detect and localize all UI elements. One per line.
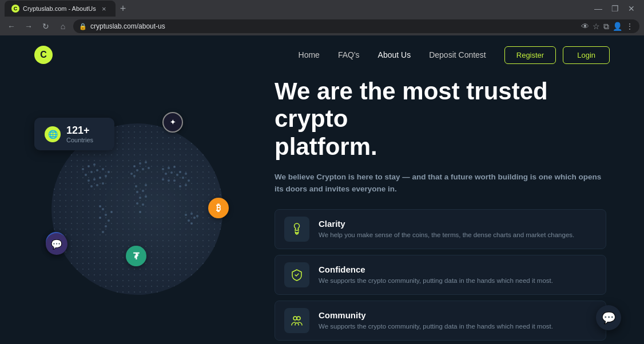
- svg-point-31: [136, 191, 138, 193]
- title-bar: C Cryptuslab.com - AboutUs × + — ❐ ✕: [0, 0, 644, 17]
- stats-card: 🌐 121+ Countries: [34, 118, 114, 150]
- svg-point-13: [88, 165, 90, 167]
- back-button[interactable]: ←: [5, 19, 18, 33]
- stellar-badge: ✦: [162, 112, 183, 133]
- svg-point-45: [176, 174, 178, 176]
- home-button[interactable]: ⌂: [56, 19, 70, 33]
- nav-about[interactable]: About Us: [378, 50, 411, 59]
- svg-point-38: [135, 185, 137, 187]
- svg-point-29: [130, 173, 133, 175]
- svg-point-42: [173, 166, 176, 168]
- svg-point-12: [82, 168, 84, 170]
- nav-links: Home FAQ's About Us Deposit Contest: [299, 50, 486, 59]
- new-tab-button[interactable]: +: [120, 3, 126, 15]
- svg-point-28: [148, 167, 150, 169]
- svg-point-35: [136, 202, 138, 205]
- profile-icon[interactable]: 👤: [613, 22, 622, 31]
- countries-label: Countries: [66, 137, 93, 143]
- nav-deposit[interactable]: Deposit Contest: [429, 50, 486, 59]
- page-content: C Home FAQ's About Us Deposit Contest Re…: [0, 35, 644, 344]
- svg-point-61: [296, 234, 297, 235]
- community-icon-box: [284, 308, 309, 333]
- bookmark-icon[interactable]: ☆: [593, 22, 600, 31]
- svg-point-63: [297, 317, 300, 320]
- community-icon: [290, 314, 304, 327]
- svg-point-56: [190, 213, 193, 215]
- clarity-icon-box: [284, 217, 309, 242]
- svg-point-59: [196, 215, 198, 217]
- svg-point-53: [179, 185, 181, 187]
- restore-button[interactable]: ❐: [611, 4, 619, 13]
- feature-cards: Clarity We help you make sense of the co…: [275, 209, 606, 341]
- countries-count: 121+: [66, 125, 93, 137]
- svg-point-6: [93, 178, 96, 181]
- minimize-button[interactable]: —: [594, 4, 602, 13]
- svg-point-33: [139, 197, 141, 199]
- chat-support-button[interactable]: 💬: [596, 305, 621, 330]
- clarity-text: Clarity We help you make sense of the co…: [319, 219, 574, 239]
- svg-point-54: [185, 184, 187, 186]
- clarity-desc: We help you make sense of the coins, the…: [319, 230, 574, 239]
- svg-point-22: [99, 205, 101, 207]
- clarity-card: Clarity We help you make sense of the co…: [275, 209, 606, 249]
- address-bar-actions: 👁 ☆ ⧉ 👤 ⋮: [581, 22, 634, 31]
- stats-text: 121+ Countries: [66, 125, 93, 143]
- register-button[interactable]: Register: [504, 46, 556, 64]
- svg-point-43: [165, 173, 167, 175]
- svg-point-9: [90, 185, 93, 187]
- confidence-icon-box: [284, 262, 309, 287]
- svg-point-50: [162, 178, 164, 181]
- tab-title: Cryptuslab.com - AboutUs: [23, 5, 96, 12]
- svg-point-4: [108, 171, 110, 173]
- community-text: Community We supports the crypto communi…: [319, 310, 553, 331]
- logo-icon: C: [34, 46, 53, 64]
- svg-point-51: [185, 173, 187, 175]
- svg-point-36: [142, 203, 144, 206]
- svg-point-52: [188, 179, 190, 182]
- login-button[interactable]: Login: [563, 46, 610, 64]
- svg-point-19: [102, 231, 104, 233]
- svg-point-20: [99, 217, 101, 219]
- confidence-icon: [290, 268, 304, 282]
- community-card: Community We supports the crypto communi…: [275, 301, 606, 341]
- svg-point-30: [133, 175, 136, 177]
- svg-point-34: [145, 195, 147, 198]
- svg-point-3: [102, 168, 104, 170]
- svg-point-24: [139, 162, 141, 165]
- btc-badge: ₿: [208, 198, 229, 218]
- navbar: C Home FAQ's About Us Deposit Contest Re…: [0, 35, 644, 74]
- logo[interactable]: C: [34, 46, 53, 64]
- svg-point-37: [139, 211, 141, 213]
- svg-point-23: [133, 165, 136, 167]
- nav-home[interactable]: Home: [299, 50, 320, 59]
- address-bar-row: ← → ↻ ⌂ 🔒 cryptuslab.com/about-us 👁 ☆ ⧉ …: [0, 17, 644, 35]
- browser-chrome: C Cryptuslab.com - AboutUs × + — ❐ ✕ ← →…: [0, 0, 644, 35]
- globe-section: 🌐 121+ Countries: [34, 95, 240, 323]
- svg-point-39: [145, 184, 147, 186]
- forward-button[interactable]: →: [22, 19, 35, 33]
- tab-close-button[interactable]: ×: [100, 4, 109, 13]
- browser-tab[interactable]: C Cryptuslab.com - AboutUs ×: [5, 1, 116, 17]
- nav-faqs[interactable]: FAQ's: [338, 50, 360, 59]
- svg-point-14: [93, 163, 96, 166]
- svg-point-62: [293, 317, 297, 320]
- svg-point-11: [102, 182, 104, 185]
- svg-point-49: [168, 179, 170, 182]
- svg-point-55: [185, 214, 187, 216]
- svg-point-46: [179, 171, 181, 173]
- window-controls: — ❐ ✕: [594, 4, 639, 13]
- svg-point-2: [96, 169, 98, 171]
- svg-point-7: [99, 177, 101, 179]
- subtitle: We believe Crypton is here to stay — and…: [275, 171, 606, 195]
- svg-point-57: [193, 217, 196, 219]
- address-bar[interactable]: 🔒 cryptuslab.com/about-us 👁 ☆ ⧉ 👤 ⋮: [73, 19, 639, 33]
- svg-point-47: [182, 177, 184, 179]
- svg-point-17: [108, 219, 110, 222]
- reload-button[interactable]: ↻: [39, 19, 53, 33]
- close-button[interactable]: ✕: [628, 4, 635, 13]
- svg-point-41: [168, 167, 170, 169]
- eye-off-icon[interactable]: 👁: [581, 22, 589, 31]
- chat-bubble: 💬: [46, 233, 67, 255]
- extensions-icon[interactable]: ⧉: [603, 22, 609, 31]
- menu-icon[interactable]: ⋮: [626, 22, 634, 31]
